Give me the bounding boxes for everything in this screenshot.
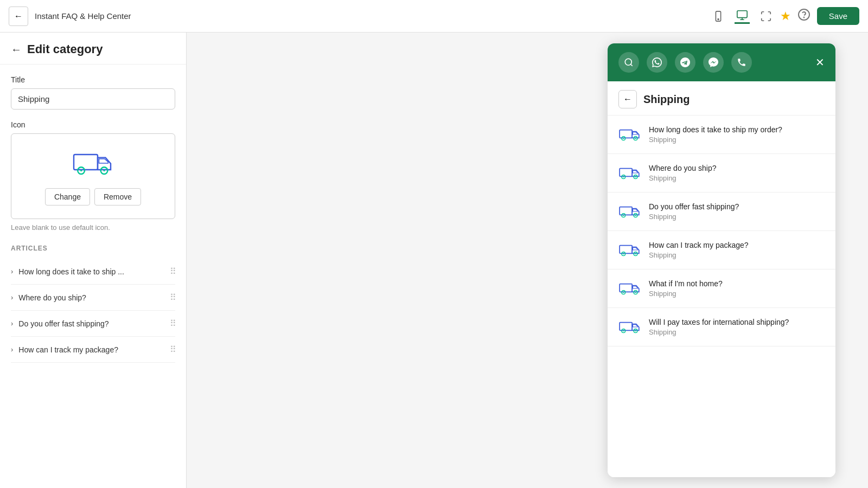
icon-buttons: Change Remove	[45, 188, 141, 206]
svg-rect-5	[74, 155, 98, 170]
faq-text-block: How can I track my package? Shipping	[649, 241, 825, 259]
drag-handle-icon[interactable]: ⠿	[170, 292, 175, 303]
phone-widget-icon[interactable]	[731, 52, 752, 73]
svg-rect-26	[620, 246, 632, 254]
svg-point-4	[803, 17, 804, 17]
change-icon-button[interactable]: Change	[45, 188, 90, 206]
faq-truck-icon	[618, 316, 641, 338]
drag-handle-icon[interactable]: ⠿	[170, 344, 175, 355]
icon-box: Change Remove	[11, 133, 175, 219]
drag-handle-icon[interactable]: ⠿	[170, 266, 175, 277]
svg-point-33	[623, 292, 624, 293]
topbar: ← Instant FAQ & Help Center ★ Save	[0, 0, 868, 33]
svg-point-7	[80, 170, 82, 171]
faq-sub: Shipping	[649, 290, 825, 298]
faq-question: Do you offer fast shipping?	[649, 202, 825, 211]
desktop-icon[interactable]	[735, 9, 750, 24]
list-item[interactable]: › Do you offer fast shipping? ⠿	[11, 311, 175, 337]
table-row[interactable]: Where do you ship? Shipping	[608, 154, 835, 192]
telegram-widget-icon[interactable]	[675, 52, 695, 73]
svg-rect-21	[620, 207, 632, 215]
remove-icon-button[interactable]: Remove	[94, 188, 141, 206]
svg-rect-36	[620, 323, 632, 331]
widget-close-button[interactable]: ✕	[815, 56, 825, 69]
svg-point-28	[623, 253, 624, 254]
center-area: ✕ ← Shipping	[187, 33, 868, 488]
faq-truck-icon	[618, 239, 641, 261]
svg-point-35	[635, 292, 636, 293]
title-input[interactable]	[11, 88, 175, 110]
list-item[interactable]: › How can I track my package? ⠿	[11, 337, 175, 363]
faq-question: How long does it take to ship my order?	[649, 125, 825, 134]
expand-icon[interactable]	[758, 9, 774, 24]
panel-back-button[interactable]: ←	[11, 43, 22, 56]
faq-text-block: What if I'm not home? Shipping	[649, 279, 825, 298]
faq-question: How can I track my package?	[649, 241, 825, 249]
icon-section: Icon	[11, 120, 175, 232]
widget-section-title: Shipping	[643, 93, 690, 106]
icon-field-label: Icon	[11, 120, 175, 129]
svg-point-20	[635, 176, 636, 177]
article-chevron-icon: ›	[11, 319, 13, 328]
search-widget-icon[interactable]	[618, 52, 639, 73]
mobile-icon[interactable]	[711, 9, 726, 24]
faq-text-block: Will I pay taxes for international shipp…	[649, 318, 825, 336]
table-row[interactable]: How can I track my package? Shipping	[608, 231, 835, 269]
faq-truck-icon	[618, 277, 641, 300]
topbar-back-button[interactable]: ←	[9, 7, 28, 26]
faq-question: What if I'm not home?	[649, 279, 825, 288]
faq-sub: Shipping	[649, 174, 825, 182]
widget-body: ← Shipping How long does it take to ship…	[608, 81, 835, 477]
list-item[interactable]: › How long does it take to ship ... ⠿	[11, 259, 175, 285]
truck-icon-wrapper	[72, 147, 115, 179]
widget-back-button[interactable]: ←	[618, 90, 637, 108]
table-row[interactable]: What if I'm not home? Shipping	[608, 269, 835, 308]
help-icon[interactable]	[797, 8, 810, 24]
svg-point-25	[635, 215, 636, 216]
title-field-label: Title	[11, 75, 175, 84]
svg-rect-16	[620, 169, 632, 177]
article-text: How long does it take to ship ...	[18, 267, 170, 276]
faq-question: Will I pay taxes for international shipp…	[649, 318, 825, 326]
faq-text-block: Do you offer fast shipping? Shipping	[649, 202, 825, 221]
drag-handle-icon[interactable]: ⠿	[170, 318, 175, 329]
svg-point-18	[623, 176, 624, 177]
svg-rect-2	[737, 11, 747, 18]
svg-point-1	[718, 18, 719, 20]
faq-list: How long does it take to ship my order? …	[608, 115, 835, 346]
messenger-widget-icon[interactable]	[703, 52, 724, 73]
panel-title: Edit category	[27, 42, 103, 56]
panel-body: Title Icon	[0, 65, 186, 374]
faq-sub: Shipping	[649, 328, 825, 336]
faq-text-block: How long does it take to ship my order? …	[649, 125, 825, 144]
panel-header: ← Edit category	[0, 33, 186, 65]
faq-sub: Shipping	[649, 213, 825, 221]
table-row[interactable]: How long does it take to ship my order? …	[608, 115, 835, 154]
icon-hint: Leave blank to use default icon.	[11, 223, 175, 232]
article-text: Do you offer fast shipping?	[18, 319, 170, 328]
save-button[interactable]: Save	[817, 7, 859, 25]
table-row[interactable]: Do you offer fast shipping? Shipping	[608, 192, 835, 231]
svg-point-9	[103, 170, 105, 171]
articles-label: ARTICLES	[11, 245, 175, 252]
widget-header-icons	[618, 52, 752, 73]
topbar-right: ★ Save	[780, 7, 859, 25]
main-area: ← Edit category Title Icon	[0, 33, 868, 488]
article-text: How can I track my package?	[18, 345, 170, 354]
widget-back-icon: ←	[623, 94, 632, 104]
article-text: Where do you ship?	[18, 293, 170, 302]
star-icon[interactable]: ★	[780, 9, 791, 23]
faq-text-block: Where do you ship? Shipping	[649, 164, 825, 182]
svg-point-13	[623, 138, 624, 139]
table-row[interactable]: Will I pay taxes for international shipp…	[608, 308, 835, 346]
whatsapp-widget-icon[interactable]	[647, 52, 667, 73]
article-chevron-icon: ›	[11, 345, 13, 354]
articles-section: ARTICLES › How long does it take to ship…	[11, 245, 175, 363]
faq-truck-icon	[618, 162, 641, 184]
widget-header: ✕	[608, 43, 835, 81]
faq-question: Where do you ship?	[649, 164, 825, 172]
list-item[interactable]: › Where do you ship? ⠿	[11, 285, 175, 311]
faq-sub: Shipping	[649, 136, 825, 144]
widget-subheader: ← Shipping	[608, 81, 835, 115]
article-chevron-icon: ›	[11, 267, 13, 275]
